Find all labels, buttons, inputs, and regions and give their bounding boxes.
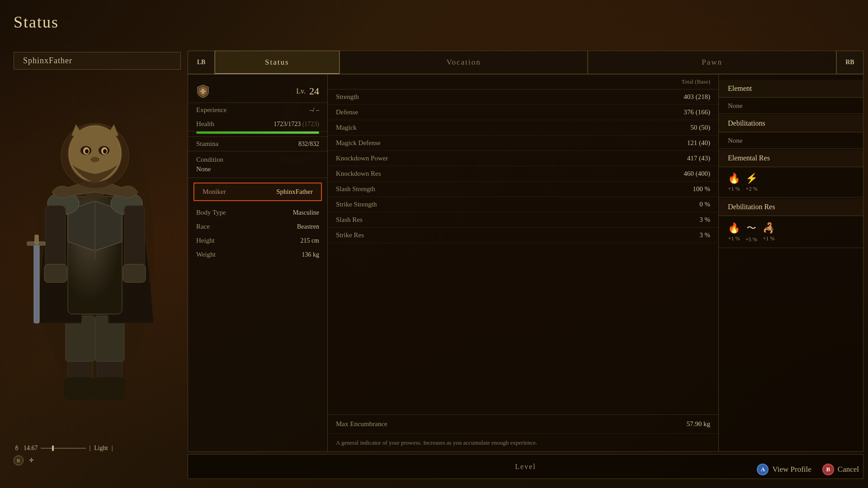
rotate-r-btn[interactable]: R [14, 455, 24, 465]
view-profile-action[interactable]: A View Profile [757, 464, 811, 475]
svg-rect-5 [64, 377, 95, 400]
deb-icon-1: 〜 [746, 221, 756, 235]
debilitations-value: None [719, 133, 863, 149]
experience-label: Experience [196, 106, 226, 114]
elemental-res-item-1: ⚡ +2 % [745, 173, 758, 192]
tab-pawn[interactable]: Pawn [588, 51, 836, 74]
bottom-actions: A View Profile B Cancel [757, 464, 859, 475]
combat-stat-label-1: Defense [336, 108, 358, 116]
combat-stat-row: Magick Defense 121 (40) [328, 136, 718, 151]
slider-track [41, 448, 86, 449]
combat-stat-label-6: Slash Strength [336, 185, 375, 193]
combat-stat-row: Magick 50 (50) [328, 120, 718, 136]
body-type-label: Body Type [196, 209, 226, 216]
debilitation-res-item-0: 🔥 +1 % [728, 222, 740, 242]
height-label: Height [196, 237, 215, 244]
tab-rb[interactable]: RB [836, 51, 863, 74]
stats-right-panel: Element None Debilitations None Elementa… [719, 74, 863, 452]
page-title: Status [14, 13, 59, 32]
debilitation-res-item-1: 〜 +5 % [745, 221, 757, 243]
character-portrait [23, 70, 167, 409]
combat-stat-label-7: Strike Strength [336, 201, 377, 208]
combat-stat-row: Knockdown Power 417 (43) [328, 151, 718, 166]
combat-stat-value-9: 3 % [699, 231, 710, 239]
debilitation-res-item-2: 🦂 +1 % [763, 222, 775, 242]
combat-stat-label-5: Knockdown Res [336, 170, 381, 178]
elemental-res-item-0: 🔥 +1 % [728, 173, 740, 192]
body-type-row: Body Type Masculine [188, 206, 327, 220]
combat-stat-row: Slash Res 3 % [328, 212, 718, 228]
svg-rect-13 [34, 242, 39, 323]
svg-rect-6 [94, 377, 125, 400]
tab-status[interactable]: Status [215, 51, 340, 74]
combat-stat-row: Slash Strength 100 % [328, 182, 718, 197]
light-icon: 🕯 [14, 445, 20, 452]
encumbrance-row: Max Encumbrance 57.90 kg [328, 414, 718, 433]
light-control: 🕯 14.67 | Light | [14, 445, 113, 452]
health-label: Health [196, 120, 214, 128]
condition-label: Condition [196, 156, 319, 164]
combat-stat-row: Strength 403 (218) [328, 89, 718, 105]
svg-rect-16 [44, 264, 67, 282]
light-slider[interactable]: 14.67 [24, 445, 86, 452]
deb-value-2: +1 % [763, 235, 774, 242]
race-value: Beastren [297, 223, 319, 230]
element-header: Element [719, 80, 863, 98]
combat-header: Total (Base) [328, 75, 718, 89]
svg-point-28 [90, 157, 99, 162]
body-type-value: Masculine [293, 209, 319, 216]
elemental-res-header: Elemental Res [719, 150, 863, 167]
light-value: 14.67 [24, 445, 38, 452]
weight-label: Weight [196, 251, 216, 258]
health-bar-fill [196, 131, 319, 134]
svg-rect-30 [200, 90, 206, 92]
view-profile-label: View Profile [772, 465, 811, 474]
level-info: Lv. 24 [296, 85, 319, 97]
experience-row: Experience –/ – [188, 103, 327, 117]
combat-stat-value-3: 121 (40) [687, 139, 710, 147]
combat-stat-value-0: 403 (218) [684, 93, 710, 101]
svg-rect-12 [124, 206, 145, 269]
deb-value-1: +5 % [745, 236, 757, 243]
svg-rect-17 [123, 264, 146, 282]
character-area: 🕯 14.67 | Light | R ✛ [0, 0, 190, 488]
combat-stats-list: Strength 403 (218) Defense 376 (166) Mag… [328, 89, 718, 243]
health-value: 1723/1723 (1723) [274, 121, 319, 128]
elem-value-0: +1 % [728, 186, 740, 192]
encumbrance-value: 57.90 kg [687, 420, 711, 428]
debilitation-res-icons: 🔥 +1 % 〜 +5 % 🦂 +1 % [719, 217, 863, 248]
debilitations-header: Debilitations [719, 115, 863, 132]
debilitation-res-header: Debilitation Res [719, 198, 863, 216]
elem-icon-0: 🔥 [728, 173, 740, 184]
cancel-action[interactable]: B Cancel [822, 464, 859, 475]
help-text: A general indicator of your prowess. Inc… [328, 433, 718, 452]
combat-stat-label-9: Strike Res [336, 231, 364, 239]
elem-value-1: +2 % [746, 186, 758, 192]
moniker-label: Moniker [203, 188, 226, 196]
combat-stat-value-4: 417 (43) [687, 155, 710, 162]
tab-vocation[interactable]: Vocation [340, 51, 588, 74]
tab-bar: LB Status Vocation Pawn RB [188, 51, 863, 74]
slider-handle [52, 446, 54, 451]
level-value: 24 [309, 85, 319, 97]
moniker-value: SphinxFather [276, 188, 313, 196]
condition-section: Condition None [188, 151, 327, 178]
level-label: Lv. [296, 87, 306, 95]
combat-stat-value-6: 100 % [693, 185, 710, 193]
health-bar-row [188, 131, 327, 137]
character-figure [9, 63, 181, 416]
moniker-row[interactable]: Moniker SphinxFather [193, 183, 322, 201]
combat-stat-row: Strike Strength 0 % [328, 197, 718, 212]
svg-point-26 [85, 149, 89, 154]
character-name-bar: SphinxFather [14, 52, 181, 70]
level-row: Lv. 24 [188, 80, 327, 103]
combat-stat-label-8: Slash Res [336, 216, 363, 224]
combat-stat-value-5: 460 (400) [684, 170, 710, 178]
shield-icon [196, 84, 210, 99]
combat-stat-value-7: 0 % [699, 201, 710, 208]
tab-lb[interactable]: LB [188, 51, 215, 74]
elem-icon-1: ⚡ [745, 173, 758, 184]
stamina-row: Stamina 832/832 [188, 137, 327, 151]
svg-rect-11 [45, 206, 66, 269]
btn-a-circle: A [757, 464, 769, 475]
